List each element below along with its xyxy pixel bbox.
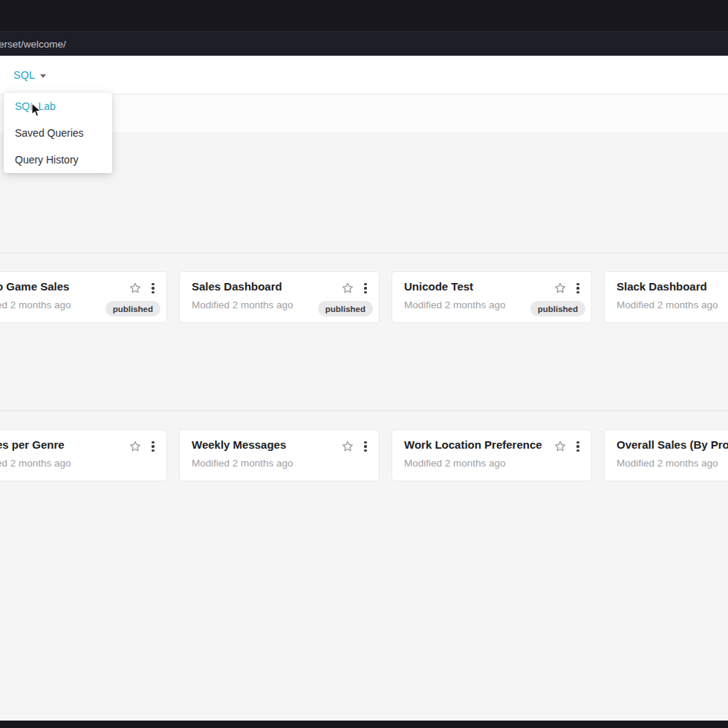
- favorite-star-icon[interactable]: [129, 282, 142, 295]
- card-modified-text: ed 2 months ago: [0, 299, 71, 311]
- favorite-star-icon[interactable]: [553, 282, 567, 295]
- app-navbar: SQL: [0, 56, 728, 94]
- dashboard-card[interactable]: Sales DashboardModified 2 months agopubl…: [179, 271, 380, 323]
- published-status-badge: published: [318, 301, 373, 316]
- nav-sql-dropdown-trigger[interactable]: SQL: [13, 56, 46, 94]
- kebab-menu-icon[interactable]: [149, 282, 157, 295]
- browser-titlebar: [0, 0, 728, 31]
- favorite-star-icon[interactable]: [341, 282, 354, 295]
- card-modified-text: Modified 2 months ago: [404, 299, 506, 311]
- card-title[interactable]: o Game Sales: [0, 280, 69, 293]
- dashboard-card[interactable]: es per Genreed 2 months ago: [0, 429, 167, 481]
- dashboard-card-row: es per Genreed 2 months agoWeekly Messag…: [0, 429, 728, 481]
- dashboard-card[interactable]: Work Location PreferenceModified 2 month…: [391, 429, 592, 481]
- dashboard-card[interactable]: Slack DashboardModified 2 months ago: [604, 271, 728, 323]
- card-modified-text: Modified 2 months ago: [192, 299, 293, 311]
- content-background: [0, 132, 728, 721]
- mouse-cursor-icon: [31, 103, 42, 118]
- card-modified-text: Modified 2 months ago: [192, 458, 293, 469]
- bottom-chrome-bar: [0, 721, 728, 728]
- favorite-star-icon[interactable]: [553, 440, 567, 453]
- sql-dropdown-menu: SQL Lab Saved Queries Query History: [4, 93, 112, 173]
- card-title[interactable]: Weekly Messages: [192, 438, 286, 451]
- browser-address-bar[interactable]: erset/welcome/: [0, 31, 728, 56]
- card-title[interactable]: Unicode Test: [404, 280, 473, 293]
- chevron-down-icon: [40, 74, 46, 78]
- kebab-menu-icon[interactable]: [574, 440, 582, 453]
- favorite-star-icon[interactable]: [341, 440, 354, 453]
- dashboard-card[interactable]: Weekly MessagesModified 2 months ago: [179, 429, 380, 481]
- dashboard-card-row: o Game Salesed 2 months agopublishedSale…: [0, 271, 728, 323]
- menu-item-saved-queries[interactable]: Saved Queries: [4, 120, 112, 146]
- dashboard-card[interactable]: o Game Salesed 2 months agopublished: [0, 271, 167, 323]
- address-url-text[interactable]: erset/welcome/: [0, 39, 66, 50]
- kebab-menu-icon[interactable]: [362, 282, 369, 295]
- dashboard-card[interactable]: Overall Sales (By ProduModified 2 months…: [604, 429, 728, 481]
- section-divider: [0, 410, 728, 411]
- kebab-menu-icon[interactable]: [362, 440, 369, 453]
- card-modified-text: Modified 2 months ago: [617, 299, 718, 311]
- card-title[interactable]: Sales Dashboard: [192, 280, 282, 293]
- card-modified-text: ed 2 months ago: [0, 458, 71, 469]
- card-title[interactable]: Overall Sales (By Produ: [617, 438, 728, 451]
- card-title[interactable]: Slack Dashboard: [617, 280, 707, 293]
- card-modified-text: Modified 2 months ago: [404, 458, 506, 469]
- published-status-badge: published: [530, 301, 585, 316]
- card-modified-text: Modified 2 months ago: [617, 458, 718, 469]
- dashboard-card[interactable]: Unicode TestModified 2 months agopublish…: [391, 271, 592, 323]
- superset-welcome-page: { "browser": { "url_text": "erset/welcom…: [0, 0, 728, 728]
- section-divider: [0, 253, 728, 253]
- favorite-star-icon[interactable]: [129, 440, 142, 453]
- published-status-badge: published: [105, 301, 160, 316]
- menu-item-query-history[interactable]: Query History: [4, 146, 112, 173]
- kebab-menu-icon[interactable]: [149, 440, 157, 453]
- card-title[interactable]: Work Location Preference: [404, 438, 542, 451]
- nav-sql-label: SQL: [13, 69, 35, 81]
- kebab-menu-icon[interactable]: [574, 282, 582, 295]
- card-title[interactable]: es per Genre: [0, 438, 65, 451]
- menu-item-sql-lab[interactable]: SQL Lab: [4, 93, 112, 120]
